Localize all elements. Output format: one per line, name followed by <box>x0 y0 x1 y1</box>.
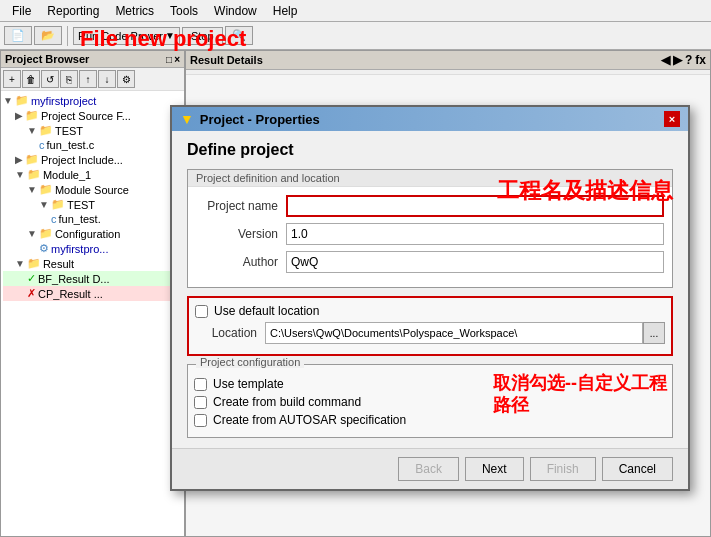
menu-help[interactable]: Help <box>265 2 306 20</box>
menu-tools[interactable]: Tools <box>162 2 206 20</box>
cancel-btn[interactable]: Cancel <box>602 457 673 481</box>
project-definition-group: Project definition and location Project … <box>187 169 673 288</box>
use-template-label: Use template <box>213 377 284 391</box>
location-row: Location ... <box>195 322 665 344</box>
run-label: Run Code Prover <box>78 30 163 42</box>
dialog-title-text: Project - Properties <box>200 112 320 127</box>
author-row: Author <box>196 251 664 273</box>
menu-file[interactable]: File <box>4 2 39 20</box>
create-from-autosar-label: Create from AUTOSAR specification <box>213 413 406 427</box>
finish-btn[interactable]: Finish <box>530 457 596 481</box>
project-name-label: Project name <box>196 199 286 213</box>
run-dropdown-arrow: ▼ <box>165 30 175 41</box>
location-box: Use default location Location ... <box>187 296 673 356</box>
dialog-close-btn[interactable]: × <box>664 111 680 127</box>
menu-reporting[interactable]: Reporting <box>39 2 107 20</box>
stop-btn[interactable]: Stop <box>182 27 223 45</box>
version-label: Version <box>196 227 286 241</box>
author-input[interactable] <box>286 251 664 273</box>
project-properties-dialog: ▼ Project - Properties × Define project … <box>170 105 690 491</box>
use-default-label: Use default location <box>214 304 319 318</box>
dialog-titlebar: ▼ Project - Properties × <box>172 107 688 131</box>
chinese-bottom-label: 取消勾选--自定义工程路径 <box>493 373 667 416</box>
menu-window[interactable]: Window <box>206 2 265 20</box>
main-area: Project Browser □ × + 🗑 ↺ ⎘ ↑ ↓ ⚙ ▼ 📁 my… <box>0 50 711 537</box>
menubar: File Reporting Metrics Tools Window Help <box>0 0 711 22</box>
search-btn[interactable]: 🔍 <box>225 26 253 45</box>
create-from-build-label: Create from build command <box>213 395 361 409</box>
dialog-overlay: ▼ Project - Properties × Define project … <box>0 50 711 537</box>
project-name-input[interactable] <box>286 195 664 217</box>
create-from-autosar-checkbox[interactable] <box>194 414 207 427</box>
use-default-row: Use default location <box>195 304 665 318</box>
group-legend: Project definition and location <box>188 170 672 187</box>
project-config-legend: Project configuration <box>196 356 304 368</box>
location-label: Location <box>195 326 265 340</box>
version-input[interactable] <box>286 223 664 245</box>
project-config-box: Project configuration Use template Creat… <box>187 364 673 438</box>
project-name-row: Project name <box>196 195 664 217</box>
dialog-body: Define project 工程名及描述信息 Project definiti… <box>172 131 688 448</box>
browse-btn[interactable]: ... <box>643 322 665 344</box>
menu-metrics[interactable]: Metrics <box>107 2 162 20</box>
use-default-checkbox[interactable] <box>195 305 208 318</box>
back-btn[interactable]: Back <box>398 457 459 481</box>
author-label: Author <box>196 255 286 269</box>
group-content: Project name Version Author <box>188 187 672 287</box>
toolbar: 📄 📂 Run Code Prover ▼ Stop 🔍 <box>0 22 711 50</box>
run-code-prover-btn[interactable]: Run Code Prover ▼ <box>73 27 180 45</box>
version-row: Version <box>196 223 664 245</box>
dialog-footer: Back Next Finish Cancel <box>172 448 688 489</box>
create-from-build-checkbox[interactable] <box>194 396 207 409</box>
location-input[interactable] <box>265 322 643 344</box>
new-btn[interactable]: 📄 <box>4 26 32 45</box>
next-btn[interactable]: Next <box>465 457 524 481</box>
use-template-checkbox[interactable] <box>194 378 207 391</box>
open-btn[interactable]: 📂 <box>34 26 62 45</box>
dialog-section-title: Define project <box>187 141 673 159</box>
separator-1 <box>67 26 68 46</box>
dialog-title-area: ▼ Project - Properties <box>180 111 320 127</box>
dialog-title-icon: ▼ <box>180 111 194 127</box>
